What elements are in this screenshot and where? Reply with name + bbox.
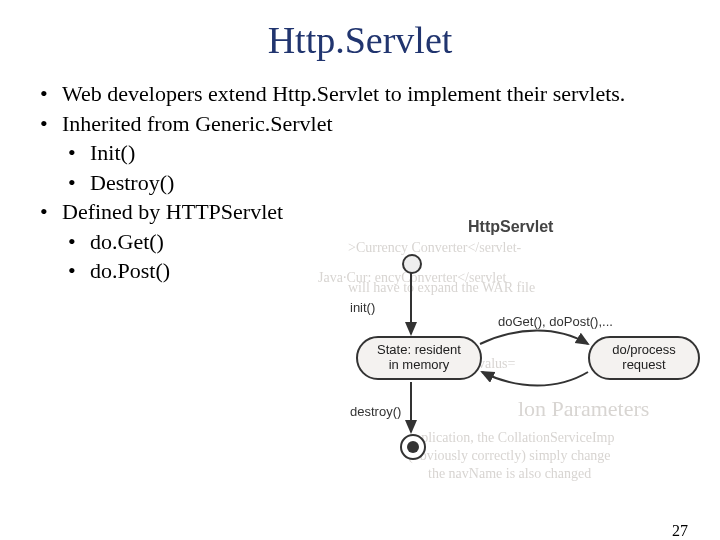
end-node-icon [400, 434, 426, 460]
process-box-text: do/process request [612, 343, 676, 373]
state-box-text: State: resident in memory [377, 343, 461, 373]
bullet-2a: Init() [68, 139, 720, 167]
init-label: init() [350, 300, 375, 315]
do-calls-label: doGet(), doPost(),... [498, 314, 613, 329]
state-box: State: resident in memory [356, 336, 482, 380]
page-number: 27 [672, 522, 688, 540]
start-node-icon [402, 254, 422, 274]
destroy-label: destroy() [350, 404, 401, 419]
bullet-2b: Destroy() [68, 169, 720, 197]
lifecycle-diagram: HttpServlet >Currency Converter</servlet… [348, 218, 708, 478]
page-title: Http.Servlet [0, 18, 720, 62]
bullet-2: Inherited from Generic.Servlet [40, 110, 720, 138]
bullet-1: Web developers extend Http.Servlet to im… [40, 80, 720, 108]
process-box: do/process request [588, 336, 700, 380]
